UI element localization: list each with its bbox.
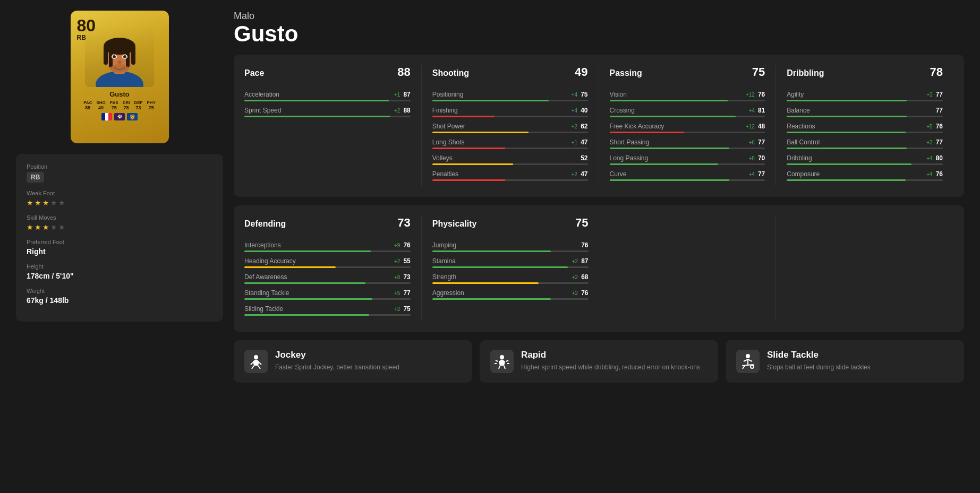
stat-bar — [432, 148, 588, 149]
player-name-header: Malo Gusto — [234, 11, 964, 46]
info-position-section: Position RB — [27, 163, 212, 183]
stat-bar-fill — [432, 100, 549, 101]
card-player-name: Gusto — [109, 90, 130, 98]
svg-point-17 — [751, 365, 754, 368]
stat-bar — [432, 282, 589, 284]
stat-row: Composure+476 — [787, 170, 943, 181]
stat-bar — [432, 132, 588, 133]
stat-name: Sliding Tackle — [244, 305, 283, 313]
stat-category-name: Shooting — [432, 68, 469, 78]
player-card: 80 RB — [71, 11, 169, 143]
stat-bar — [787, 163, 943, 165]
stat-name: Positioning — [432, 91, 464, 98]
stat-name: Shot Power — [432, 123, 465, 130]
stat-row: Balance77 — [787, 107, 943, 117]
stat-bar-fill — [244, 100, 389, 101]
stat-modifier: +4 — [926, 171, 932, 177]
position-badge: RB — [27, 172, 44, 183]
stat-name: Stamina — [432, 257, 456, 265]
stat-name: Volleys — [432, 154, 453, 162]
stat-bar — [432, 298, 589, 300]
playstyles-row: JockeyFaster Sprint Jockey, better trans… — [234, 340, 964, 383]
stat-bar-fill — [610, 163, 719, 165]
playstyle-name: Rapid — [521, 350, 700, 360]
lower-stats-grid: Defending73Interceptions+976Heading Accu… — [244, 216, 953, 321]
weight-value: 67kg / 148lb — [27, 296, 212, 305]
card-stat-sho: SHO 49 — [96, 100, 105, 110]
stat-row: Sliding Tackle+275 — [244, 305, 411, 316]
stat-bar — [610, 179, 765, 181]
stat-bar — [244, 250, 411, 252]
stat-number: 76 — [758, 91, 765, 98]
stat-category-empty — [599, 216, 777, 321]
stat-bar — [244, 116, 411, 117]
stat-row: Long Passing+870 — [610, 154, 765, 165]
preferred-foot-value: Right — [27, 247, 212, 256]
stat-bar — [610, 132, 765, 133]
position-label: Position — [27, 163, 212, 170]
stat-category-name: Passing — [610, 68, 642, 78]
weak-foot-stars: ★★★★★ — [27, 198, 212, 207]
stat-number: 73 — [403, 273, 410, 281]
stat-modifier: +2 — [394, 306, 400, 312]
stat-name: Standing Tackle — [244, 289, 289, 297]
info-skill-moves-section: Skill Moves ★★★★★ — [27, 214, 212, 231]
stat-modifier: +4 — [572, 92, 577, 98]
stat-category-header: Pace88 — [244, 65, 411, 83]
stat-bar — [787, 116, 943, 117]
stat-number: 88 — [403, 107, 410, 114]
stat-modifier: +3 — [926, 140, 932, 145]
stat-row: Volleys52 — [432, 154, 588, 165]
stat-category-physicality: Physicality75Jumping76Stamina+287Strengt… — [422, 216, 599, 321]
stat-row: Standing Tackle+577 — [244, 289, 411, 300]
stat-bar-fill — [610, 116, 736, 117]
svg-point-12 — [117, 60, 122, 64]
stat-name: Long Passing — [610, 154, 649, 162]
stat-bar-fill — [432, 282, 539, 284]
playstyle-description: Higher sprint speed while dribbling, red… — [521, 363, 700, 372]
stat-category-defending: Defending73Interceptions+976Heading Accu… — [244, 216, 422, 321]
stat-number: 70 — [758, 154, 765, 162]
stat-row: Ball Control+377 — [787, 139, 943, 149]
stat-bar-fill — [610, 132, 685, 133]
stat-modifier: +2 — [394, 258, 400, 264]
rapid-icon — [490, 350, 514, 373]
skill-moves-label: Skill Moves — [27, 214, 212, 221]
stat-modifier: +4 — [926, 155, 932, 161]
stat-row: Stamina+287 — [432, 257, 589, 268]
stat-bar-fill — [610, 100, 728, 101]
stat-modifier: +6 — [748, 140, 754, 145]
stat-row: Strength+268 — [432, 273, 589, 284]
playstyle-name: Jockey — [275, 350, 399, 360]
stat-modifier: +2 — [572, 124, 577, 129]
stat-modifier: +4 — [748, 108, 754, 114]
stat-row: Free Kick Accuracy+1248 — [610, 123, 765, 133]
card-stat-pas: PAS 75 — [110, 100, 118, 110]
stat-row: Vision+1276 — [610, 91, 765, 101]
stat-bar-fill — [244, 266, 336, 268]
stat-bar — [787, 132, 943, 133]
stat-modifier: +1 — [572, 140, 577, 145]
jockey-icon — [244, 350, 268, 373]
height-label: Height — [27, 263, 212, 270]
stat-modifier: +12 — [746, 92, 755, 98]
stat-bar-fill — [432, 298, 551, 300]
playstyle-description: Faster Sprint Jockey, better transition … — [275, 363, 399, 372]
playstyle-card-slide-tackle: Slide TackleStops ball at feet during sl… — [726, 340, 964, 383]
stat-number: 76 — [403, 241, 410, 249]
left-panel: 80 RB — [16, 11, 223, 391]
stat-bar-fill — [244, 298, 372, 300]
stat-bar-fill — [432, 148, 506, 149]
stat-category-header: Physicality75 — [432, 216, 589, 234]
stat-name: Balance — [787, 107, 809, 114]
stat-row: Def Awareness+873 — [244, 273, 411, 284]
stat-bar-fill — [244, 116, 390, 117]
stat-number: 80 — [936, 154, 943, 162]
stat-bar — [244, 266, 411, 268]
stat-name: Reactions — [787, 123, 815, 130]
stat-category-value: 88 — [397, 65, 410, 79]
stat-bar-fill — [432, 163, 513, 165]
stat-row: Aggression+276 — [432, 289, 589, 300]
right-panel: Malo Gusto Pace88Acceleration+187Sprint … — [234, 11, 964, 391]
stat-row: Heading Accuracy+255 — [244, 257, 411, 268]
